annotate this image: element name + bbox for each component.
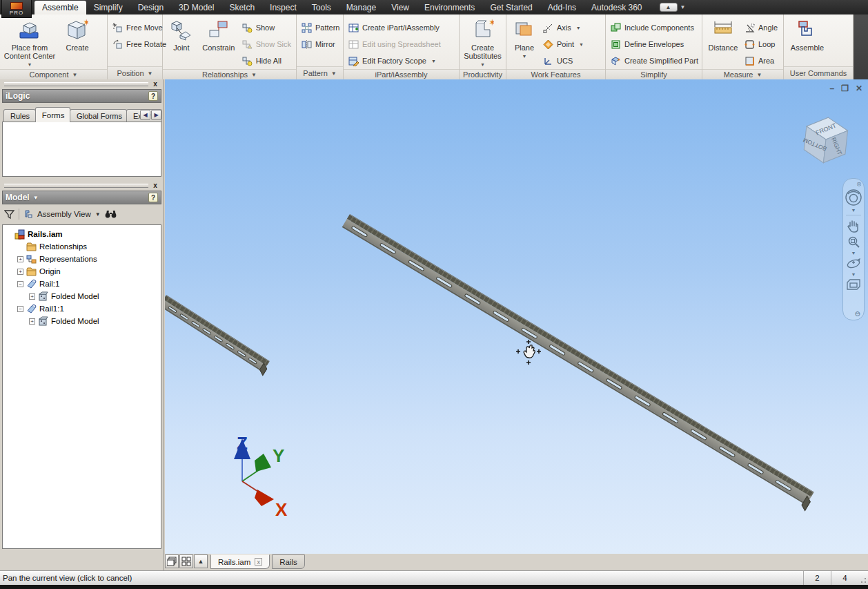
- view-selector-label[interactable]: Assembly View: [37, 210, 91, 218]
- find-binoculars-icon[interactable]: [105, 210, 117, 219]
- group-label-pattern[interactable]: Pattern▼: [297, 66, 343, 79]
- tree-item-representations[interactable]: +Representations: [6, 253, 161, 265]
- ilogic-help-icon[interactable]: ?: [148, 91, 158, 101]
- show-button[interactable]: Show: [240, 19, 293, 36]
- area-button[interactable]: Area: [742, 52, 780, 69]
- steering-wheel-caret-icon[interactable]: ▼: [851, 208, 856, 213]
- angle-button[interactable]: Angle: [742, 19, 780, 36]
- model-close-icon[interactable]: x: [151, 182, 159, 190]
- zoom-caret-icon[interactable]: ▼: [851, 251, 856, 255]
- ribbon-tab-environments[interactable]: Environments: [417, 0, 482, 15]
- ribbon-tab-autodesk-360[interactable]: Autodesk 360: [584, 0, 649, 15]
- look-at-icon[interactable]: [846, 278, 861, 291]
- ilogic-tab-rules[interactable]: Rules: [3, 109, 36, 122]
- navbar-close-icon[interactable]: ⦻: [857, 181, 861, 187]
- include-components-button[interactable]: Include Components: [609, 19, 700, 36]
- joint-button[interactable]: Joint: [166, 17, 197, 52]
- hide-all-button[interactable]: Hide All: [240, 52, 293, 69]
- model-help-icon[interactable]: ?: [148, 193, 158, 202]
- ribbon-tab-get-started[interactable]: Get Started: [482, 0, 540, 15]
- group-caret-icon[interactable]: ▼: [331, 70, 337, 77]
- rail-long[interactable]: [342, 214, 814, 505]
- navbar-minimize-icon[interactable]: ⊖: [855, 311, 860, 318]
- document-tab-rails-iam[interactable]: Rails.iamx: [210, 554, 270, 569]
- restore-icon[interactable]: ❐: [841, 84, 849, 93]
- ilogic-panel-grabbar[interactable]: x: [3, 81, 161, 88]
- mirror-button[interactable]: Mirror: [299, 36, 342, 52]
- create-ipart-iassembly-button[interactable]: Create iPart/iAssembly: [346, 19, 443, 36]
- tree-item-folded-model[interactable]: +Folded Model: [6, 315, 161, 327]
- tree-item-rail1-1[interactable]: −Rail1:1: [6, 302, 161, 315]
- plane-button[interactable]: Plane▼: [509, 17, 540, 61]
- free-move-button[interactable]: Free Move: [110, 19, 168, 36]
- tab-close-icon[interactable]: x: [255, 558, 262, 566]
- free-rotate-button[interactable]: Free Rotate: [110, 36, 168, 52]
- model-panel-header[interactable]: Model ▼ ?: [2, 191, 161, 204]
- close-icon[interactable]: ✕: [856, 84, 862, 93]
- rail-short[interactable]: [165, 295, 270, 372]
- dropdown-caret-icon[interactable]: ▼: [431, 59, 436, 64]
- group-caret-icon[interactable]: ▼: [148, 70, 153, 77]
- ribbon-tab-tools[interactable]: Tools: [304, 0, 339, 15]
- dropdown-caret-icon[interactable]: ▼: [576, 26, 581, 30]
- orbit-icon[interactable]: [846, 257, 861, 271]
- ucs-button[interactable]: UCS: [541, 52, 586, 69]
- loop-button[interactable]: Loop: [742, 36, 780, 52]
- group-caret-icon[interactable]: ▼: [251, 72, 257, 78]
- steering-wheel-icon[interactable]: [845, 189, 862, 206]
- create-substitutes-button[interactable]: ✶Create Substitutes▼: [462, 17, 503, 69]
- ribbon-tab-manage[interactable]: Manage: [339, 0, 384, 15]
- ribbon-tab-sketch[interactable]: Sketch: [221, 0, 262, 15]
- create-simplified-part-button[interactable]: ✶Create Simplified Part: [609, 52, 700, 69]
- ilogic-forms-area[interactable]: [2, 122, 161, 177]
- tree-item-relationships[interactable]: Relationships: [6, 240, 161, 253]
- dropdown-caret-icon[interactable]: ▼: [480, 61, 485, 69]
- filter-icon[interactable]: [4, 209, 14, 220]
- model-header-caret-icon[interactable]: ▼: [33, 195, 39, 201]
- ribbon-tab-3d-model[interactable]: 3D Model: [171, 0, 221, 15]
- minimize-icon[interactable]: –: [829, 84, 834, 93]
- ribbon-tab-add-ins[interactable]: Add-Ins: [540, 0, 584, 15]
- graphics-viewport[interactable]: – ❐ ✕ FRONT BOTTOM RIGHT ⦻ ▼ ▼ ▼: [165, 79, 868, 554]
- ribbon-tab-simplify[interactable]: Simplify: [86, 0, 130, 15]
- group-caret-icon[interactable]: ▼: [72, 72, 77, 78]
- zoom-window-icon[interactable]: [847, 235, 860, 249]
- document-tab-rails[interactable]: Rails: [272, 554, 305, 569]
- place-from-content-center-button[interactable]: Place from Content Center▼: [3, 17, 57, 69]
- dropdown-caret-icon[interactable]: ▼: [28, 61, 32, 69]
- tree-item-rails-iam[interactable]: Rails.iam: [6, 228, 161, 240]
- ribbon-minimize-icon[interactable]: ▲: [660, 3, 678, 12]
- expand-icon[interactable]: +: [29, 318, 35, 325]
- ilogic-tab-global-forms[interactable]: Global Forms: [70, 109, 127, 122]
- dropdown-caret-icon[interactable]: ▼: [522, 52, 527, 61]
- axis-button[interactable]: Axis▼: [541, 19, 586, 36]
- tree-item-rail-1[interactable]: −Rail:1: [6, 278, 161, 290]
- model-panel-grabbar[interactable]: x: [3, 182, 161, 190]
- ribbon-tab-design[interactable]: Design: [130, 0, 171, 15]
- resize-grip[interactable]: [858, 571, 868, 585]
- collapse-tabbar-icon[interactable]: ▲: [194, 554, 208, 568]
- look-at-caret-icon[interactable]: ▼: [851, 272, 856, 277]
- group-caret-icon[interactable]: ▼: [756, 72, 762, 78]
- expand-icon[interactable]: +: [17, 269, 23, 275]
- pan-hand-icon[interactable]: [847, 219, 860, 233]
- viewcube[interactable]: FRONT BOTTOM RIGHT: [797, 110, 855, 168]
- assemble-button[interactable]: Assemble: [787, 17, 828, 52]
- group-label-relationships[interactable]: Relationships▼: [163, 69, 296, 79]
- ribbon-tab-view[interactable]: View: [384, 0, 417, 15]
- ilogic-tab-forms[interactable]: Forms: [35, 107, 70, 122]
- create-button[interactable]: ✶Create: [58, 17, 97, 52]
- tab-scroll-right-icon[interactable]: ▶: [151, 110, 161, 120]
- ilogic-panel-header[interactable]: iLogic ?: [2, 89, 161, 103]
- group-label-measure[interactable]: Measure▼: [702, 69, 783, 79]
- distance-button[interactable]: Distance: [705, 17, 741, 52]
- edit-factory-scope-button[interactable]: Edit Factory Scope▼: [346, 52, 443, 69]
- tile-windows-icon[interactable]: [179, 554, 193, 568]
- collapse-icon[interactable]: −: [17, 281, 23, 287]
- application-menu-button[interactable]: PRO: [1, 0, 32, 18]
- constrain-button[interactable]: Constrain: [199, 17, 239, 52]
- ribbon-tab-inspect[interactable]: Inspect: [262, 0, 304, 15]
- dropdown-caret-icon[interactable]: ▼: [579, 42, 584, 47]
- cascade-windows-icon[interactable]: [165, 554, 179, 568]
- ribbon-tab-assemble[interactable]: Assemble: [34, 1, 86, 15]
